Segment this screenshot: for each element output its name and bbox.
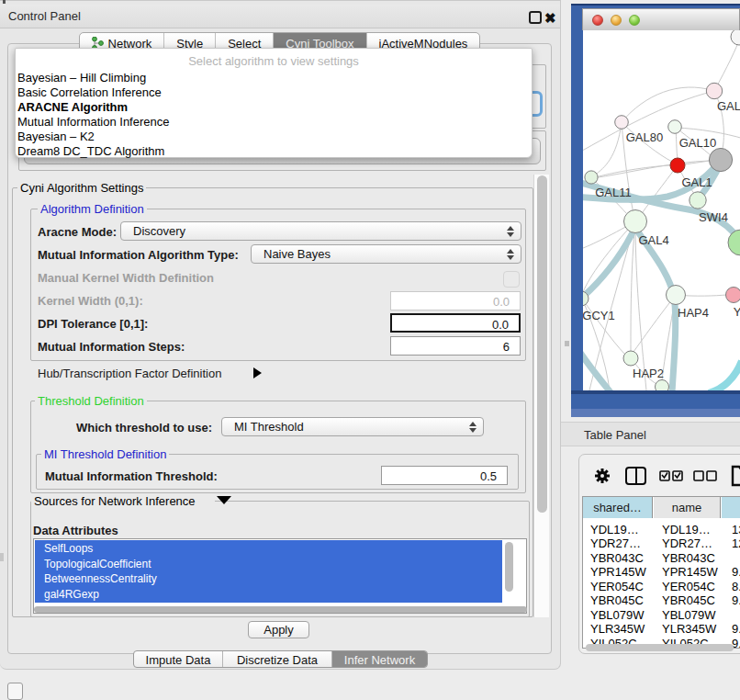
svg-text:GCY1: GCY1 (583, 309, 615, 322)
svg-text:GAL1: GAL1 (681, 175, 712, 189)
svg-text:GAL11: GAL11 (595, 186, 632, 199)
svg-text:GAL4: GAL4 (638, 233, 668, 247)
svg-text:GAL80: GAL80 (626, 130, 663, 144)
svg-text:Y: Y (734, 305, 740, 319)
svg-text:GAL: GAL (717, 99, 740, 113)
svg-text:GAL10: GAL10 (679, 136, 716, 150)
svg-text:HAP2: HAP2 (633, 367, 664, 380)
svg-text:HAP4: HAP4 (678, 306, 709, 320)
svg-text:SWI4: SWI4 (699, 210, 728, 224)
